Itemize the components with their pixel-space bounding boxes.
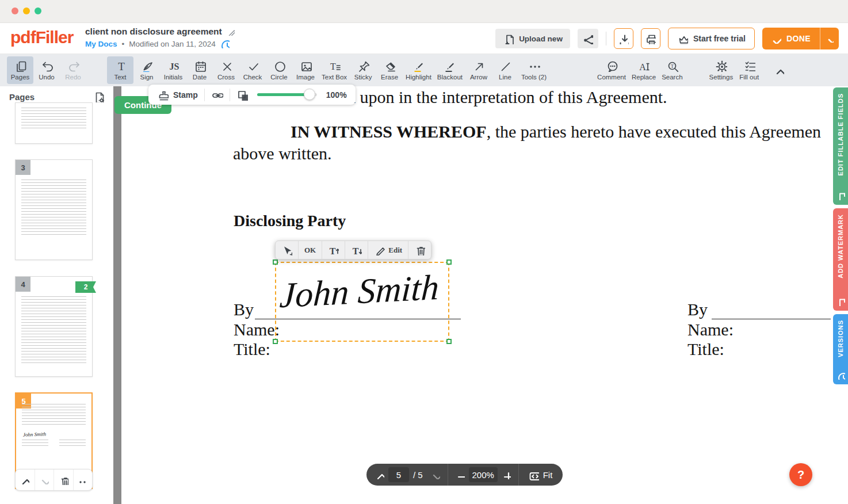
trash-icon xyxy=(414,245,425,255)
upload-new-button[interactable]: Upload new xyxy=(495,29,570,48)
page-thumbnail-3[interactable]: 3 xyxy=(15,159,93,260)
tab-versions[interactable]: VERSIONS xyxy=(833,314,848,384)
breadcrumb-my-docs[interactable]: My Docs xyxy=(85,40,117,48)
zoom-out-button[interactable] xyxy=(452,464,469,486)
tool-undo[interactable]: Undo xyxy=(33,56,60,84)
share-button[interactable] xyxy=(578,29,598,48)
page-settings-icon[interactable] xyxy=(93,91,104,102)
tool-date[interactable]: Date xyxy=(186,56,213,84)
signature-text[interactable]: John Smith xyxy=(278,267,440,316)
zoom-in-button[interactable] xyxy=(498,464,515,486)
tool-replace[interactable]: A Replace xyxy=(629,56,659,84)
zoom-level-value[interactable]: 200% xyxy=(469,467,498,482)
opacity-slider[interactable] xyxy=(257,93,317,96)
tab-label: EDIT FILLABLE FIELDS xyxy=(837,93,844,175)
zoom-page-controls: 5 / 5 200% Fit xyxy=(366,464,563,486)
tool-erase[interactable]: Erase xyxy=(376,56,403,84)
history-clock-icon[interactable] xyxy=(220,39,230,48)
page-number-input[interactable]: 5 xyxy=(388,467,409,482)
tool-circle[interactable]: Circle xyxy=(266,56,292,84)
resize-handle-bottom-left[interactable] xyxy=(273,339,278,344)
tool-settings[interactable]: Settings xyxy=(706,56,736,84)
eraser-icon xyxy=(384,60,396,72)
collapse-toolbar-button[interactable] xyxy=(774,65,784,75)
opacity-icon[interactable] xyxy=(236,89,248,101)
done-dropdown-button[interactable] xyxy=(820,28,839,49)
next-page-button[interactable] xyxy=(427,464,444,486)
stamp-subtoolbar: Stamp 100% xyxy=(148,85,356,105)
move-page-down-button[interactable] xyxy=(35,469,54,490)
pages-icon xyxy=(14,60,26,72)
tool-sign[interactable]: Sign xyxy=(133,56,160,84)
minimize-window-button[interactable] xyxy=(23,7,30,14)
gear-icon xyxy=(715,60,727,72)
tab-add-watermark[interactable]: ADD WATERMARK xyxy=(833,208,848,311)
help-button[interactable]: ? xyxy=(789,463,812,486)
tool-comment[interactable]: Comment xyxy=(594,56,629,84)
svg-text:T: T xyxy=(118,60,125,72)
download-button[interactable] xyxy=(614,28,633,49)
signature-ok-button[interactable]: OK xyxy=(298,241,322,259)
tool-image[interactable]: Image xyxy=(292,56,319,84)
done-check-icon xyxy=(771,34,781,44)
link-button[interactable] xyxy=(205,85,230,105)
stamp-button[interactable]: Stamp xyxy=(151,85,204,105)
resize-handle-top-left[interactable] xyxy=(273,259,278,265)
tool-cross[interactable]: Cross xyxy=(213,56,239,84)
pdffiller-logo[interactable]: pdfFiller xyxy=(10,28,73,47)
resize-handle-bottom-right[interactable] xyxy=(446,339,452,344)
move-page-up-button[interactable] xyxy=(16,469,35,490)
signature-selection-box[interactable]: John Smith xyxy=(275,262,449,342)
tool-line[interactable]: Line xyxy=(492,56,518,84)
slider-knob[interactable] xyxy=(304,89,315,100)
done-button[interactable]: DONE xyxy=(762,28,820,49)
start-free-trial-label: Start free trial xyxy=(693,34,746,43)
increase-size-button[interactable]: T xyxy=(322,241,345,259)
tab-edit-fillable-fields[interactable]: EDIT FILLABLE FIELDS xyxy=(833,87,848,205)
name-label-left: Name: xyxy=(234,320,280,339)
resize-handle-top-right[interactable] xyxy=(446,259,452,265)
tool-sticky[interactable]: Sticky xyxy=(350,56,376,84)
header-divider xyxy=(606,32,606,45)
delete-page-button[interactable] xyxy=(54,469,73,490)
tool-initials[interactable]: JS Initials xyxy=(160,56,186,84)
disclosing-party-heading: Disclosing Party xyxy=(234,212,346,230)
previous-page-button[interactable] xyxy=(371,464,388,486)
svg-text:T: T xyxy=(330,62,336,71)
document-canvas[interactable]: d upon in the interpretation of this Agr… xyxy=(121,86,833,504)
page-thumbnail-4[interactable]: 4 2 xyxy=(15,276,93,377)
tool-check[interactable]: Check xyxy=(239,56,266,84)
print-button[interactable] xyxy=(641,28,660,49)
tool-highlight[interactable]: Highlight xyxy=(403,56,434,84)
move-signature-button[interactable] xyxy=(276,241,298,259)
tool-fill-out[interactable]: Fill out xyxy=(736,56,762,84)
tool-pages[interactable]: Pages xyxy=(7,56,33,84)
tool-text[interactable]: T Text xyxy=(107,56,133,84)
tool-search[interactable]: T Search xyxy=(659,56,685,84)
delete-signature-button[interactable] xyxy=(408,241,431,259)
redo-icon xyxy=(67,60,79,72)
slider-fill xyxy=(257,93,310,96)
chevron-up-icon xyxy=(774,65,784,75)
close-window-button[interactable] xyxy=(12,7,18,14)
edit-signature-button[interactable]: Edit xyxy=(368,241,408,259)
calendar-icon xyxy=(194,60,206,72)
decrease-size-button[interactable]: T xyxy=(345,241,368,259)
start-free-trial-button[interactable]: Start free trial xyxy=(668,28,755,49)
tool-blackout[interactable]: Blackout xyxy=(434,56,465,84)
opacity-control: 100% xyxy=(230,85,353,105)
page-thumbnail-partial[interactable] xyxy=(15,102,93,144)
modified-date: Modified on Jan 11, 2024 xyxy=(129,40,216,48)
tool-arrow[interactable]: Arrow xyxy=(465,56,492,84)
canvas-gutter-scrollbar[interactable] xyxy=(113,86,121,504)
zoom-window-button[interactable] xyxy=(35,7,41,14)
right-rail: EDIT FILLABLE FIELDS ADD WATERMARK VERSI… xyxy=(833,86,848,504)
tool-tools-more[interactable]: Tools (2) xyxy=(518,56,549,84)
breadcrumb-separator: • xyxy=(122,40,125,48)
tool-redo[interactable]: Redo xyxy=(60,56,86,84)
comment-icon xyxy=(606,60,618,72)
fit-width-button[interactable]: Fit xyxy=(522,464,559,486)
edit-title-icon[interactable] xyxy=(227,28,235,36)
more-page-options-button[interactable] xyxy=(73,469,93,490)
tool-text-box[interactable]: T Text Box xyxy=(319,56,350,84)
